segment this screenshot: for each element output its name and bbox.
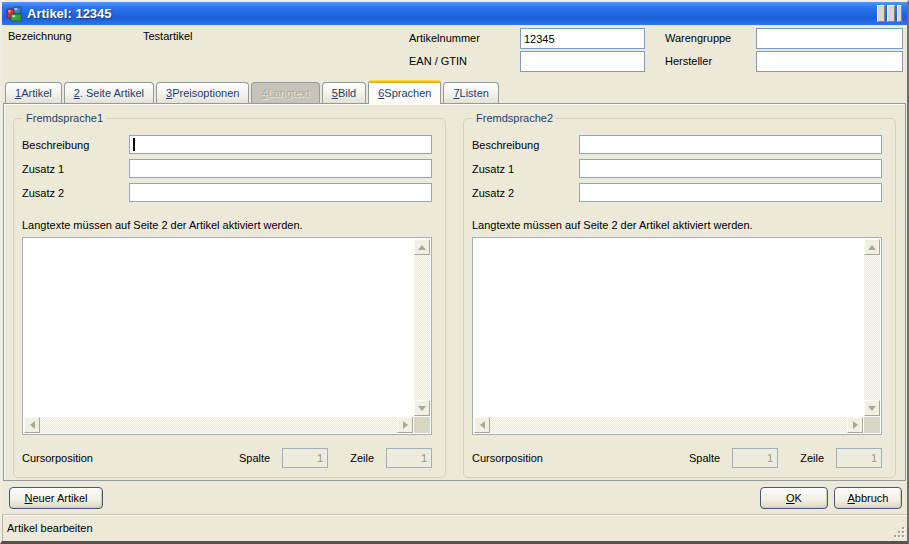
spalte-label: Spalte [239,452,270,464]
zusatz2-label: Zusatz 2 [472,187,579,199]
scroll-left-button[interactable] [24,417,40,433]
scrollbar-corner [414,417,430,433]
scroll-up-button[interactable] [414,239,430,255]
zusatz1-label: Zusatz 1 [22,163,129,175]
groupbox-fremdsprache1: Fremdsprache1 Beschreibung Zusatz 1 Zusa… [13,118,446,478]
scroll-right-button[interactable] [397,417,413,433]
spalte-value-field [282,448,328,468]
article-header: Bezeichnung Testartikel Artikelnummer Wa… [2,25,907,79]
status-text: Artikel bearbeiten [7,522,93,534]
status-bar: Artikel bearbeiten [2,514,907,541]
vertical-scrollbar[interactable] [864,239,880,416]
vertical-scrollbar[interactable] [414,239,430,416]
button-row: Neuer Artikel OK Abbruch [2,481,907,514]
tab-preisoptionen[interactable]: 3 Preisoptionen [156,82,249,103]
app-icon [6,6,22,22]
arrow-down-icon [868,406,876,415]
text-caret [133,138,135,151]
groupbox-title: Fremdsprache2 [473,112,556,124]
ean-gtin-label: EAN / GTIN [409,55,467,67]
abbruch-button[interactable]: Abbruch [834,487,902,509]
arrow-left-icon [476,421,485,429]
arrow-right-icon [403,421,412,429]
arrow-right-icon [853,421,862,429]
cursorposition-label: Cursorposition [472,452,689,464]
scroll-right-button[interactable] [847,417,863,433]
artikelnummer-input[interactable] [520,28,645,49]
neuer-artikel-button[interactable]: Neuer Artikel [9,487,103,509]
ean-gtin-input[interactable] [520,51,645,72]
beschreibung-input-1[interactable] [129,135,432,154]
titlebar: Artikel: 12345 [2,2,907,25]
tab-strip: 1 Artikel 2. Seite Artikel 3 Preisoption… [2,79,907,103]
arrow-up-icon [418,241,426,250]
scroll-left-button[interactable] [474,417,490,433]
langtext-hint: Langtexte müssen auf Seite 2 der Artikel… [472,219,882,231]
window-title: Artikel: 12345 [27,6,877,21]
artikel-dialog-window: Artikel: 12345 Bezeichnung Testartikel A… [0,0,909,544]
zeile-value-field [836,448,882,468]
zeile-value-field [386,448,432,468]
horizontal-scrollbar[interactable] [474,417,863,433]
ok-button[interactable]: OK [760,487,828,509]
hersteller-input[interactable] [756,51,903,72]
tab-artikel[interactable]: 1 Artikel [5,82,62,103]
bezeichnung-label: Bezeichnung [8,30,72,42]
groupbox-title: Fremdsprache1 [23,112,106,124]
bezeichnung-value: Testartikel [143,30,193,42]
beschreibung-label: Beschreibung [472,139,579,151]
hersteller-label: Hersteller [665,55,712,67]
scroll-up-button[interactable] [864,239,880,255]
zeile-label: Zeile [350,452,374,464]
artikelnummer-label: Artikelnummer [409,32,480,44]
zusatz1-input-1[interactable] [129,159,432,178]
beschreibung-label: Beschreibung [22,139,129,151]
warengruppe-input[interactable] [756,28,903,49]
horizontal-scrollbar[interactable] [24,417,413,433]
spalte-value-field [732,448,778,468]
tab-listen[interactable]: 7 Listen [443,82,498,103]
tab-page-sprachen: Fremdsprache1 Beschreibung Zusatz 1 Zusa… [3,103,906,481]
tab-langtext: 4 Langtext [251,82,319,103]
zusatz1-input-2[interactable] [579,159,882,178]
zusatz1-label: Zusatz 1 [472,163,579,175]
groupbox-fremdsprache2: Fremdsprache2 Beschreibung Zusatz 1 Zusa… [463,118,896,478]
cursorposition-label: Cursorposition [22,452,239,464]
arrow-left-icon [26,421,35,429]
scrollbar-corner [864,417,880,433]
zusatz2-input-1[interactable] [129,183,432,202]
langtext-hint: Langtexte müssen auf Seite 2 der Artikel… [22,219,432,231]
zusatz2-label: Zusatz 2 [22,187,129,199]
scroll-down-button[interactable] [864,400,880,416]
resize-grip[interactable] [892,525,905,538]
beschreibung-input-2[interactable] [579,135,882,154]
langtext-area-2[interactable] [472,237,882,435]
arrow-down-icon [418,406,426,415]
arrow-up-icon [868,241,876,250]
tab-bild[interactable]: 5 Bild [322,82,366,103]
tab-seite-artikel[interactable]: 2. Seite Artikel [64,82,154,103]
scroll-down-button[interactable] [414,400,430,416]
window-controls[interactable] [877,5,902,22]
zusatz2-input-2[interactable] [579,183,882,202]
tab-sprachen[interactable]: 6 Sprachen [368,80,441,104]
warengruppe-label: Warengruppe [665,32,731,44]
langtext-content[interactable] [474,239,863,416]
zeile-label: Zeile [800,452,824,464]
langtext-area-1[interactable] [22,237,432,435]
spalte-label: Spalte [689,452,720,464]
langtext-content[interactable] [24,239,413,416]
